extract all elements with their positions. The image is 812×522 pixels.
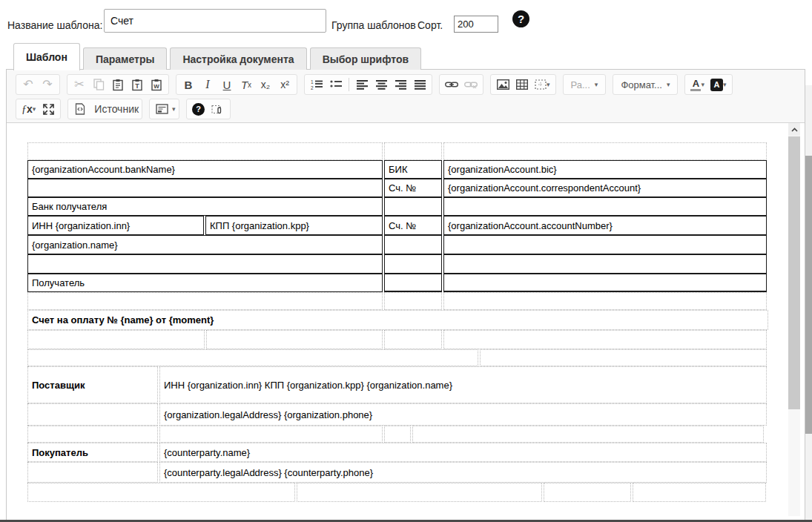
empty-cell[interactable] bbox=[443, 197, 767, 216]
editor-content-area[interactable]: {organizationAccount.bankName} БИК {orga… bbox=[7, 123, 805, 520]
bold-icon[interactable]: B bbox=[179, 76, 197, 93]
cell-invoice-title[interactable]: Счет на оплату № {name} от {moment} bbox=[27, 310, 768, 330]
empty-cell[interactable] bbox=[544, 483, 631, 502]
empty-cell[interactable] bbox=[27, 330, 205, 349]
align-left-icon[interactable] bbox=[353, 76, 371, 93]
show-blocks-icon[interactable]: ▾ bbox=[532, 76, 552, 93]
tab-parameters[interactable]: Параметры bbox=[83, 47, 168, 70]
table-row bbox=[27, 426, 770, 443]
empty-cell[interactable] bbox=[159, 426, 383, 443]
cell-supplier-line2[interactable]: {organization.legalAddress} {organizatio… bbox=[159, 403, 767, 426]
paragraph-format-combo[interactable]: Формат... ▾ bbox=[613, 74, 678, 95]
empty-cell[interactable] bbox=[480, 349, 767, 366]
placeholder-fx-icon[interactable]: ƒx ▾ bbox=[19, 100, 38, 118]
empty-cell[interactable] bbox=[443, 274, 767, 292]
editor-scrollbar-thumb[interactable] bbox=[788, 136, 800, 409]
page-scrollbar[interactable] bbox=[805, 85, 812, 522]
template-select-combo[interactable]: ▾ bbox=[149, 99, 179, 119]
italic-icon[interactable]: I bbox=[199, 76, 217, 93]
cell-bank-name[interactable]: {organizationAccount.bankName} bbox=[27, 160, 383, 179]
font-size-combo[interactable]: Ра... ▾ bbox=[563, 74, 607, 95]
scrollbar-up-arrow-icon[interactable] bbox=[788, 123, 800, 136]
cell-supplier-line1[interactable]: ИНН {organization.inn} КПП {organization… bbox=[159, 366, 767, 403]
table-icon[interactable] bbox=[513, 76, 531, 93]
cut-icon[interactable]: ✂ bbox=[70, 76, 88, 93]
empty-cell[interactable] bbox=[384, 426, 411, 443]
paste-plain-text-icon[interactable]: T bbox=[128, 76, 146, 93]
empty-cell[interactable] bbox=[384, 274, 442, 292]
page-scrollbar-thumb[interactable] bbox=[805, 156, 812, 434]
empty-cell[interactable] bbox=[297, 483, 542, 502]
align-center-icon[interactable] bbox=[372, 76, 390, 93]
unlink-icon[interactable] bbox=[462, 76, 480, 93]
cell-buyer-line2[interactable]: {counterparty.legalAddress} {counterpart… bbox=[159, 462, 767, 483]
empty-cell[interactable] bbox=[384, 197, 442, 216]
subscript-icon[interactable]: x₂ bbox=[257, 76, 274, 93]
cell-buyer-line1[interactable]: {counterparty.name} bbox=[159, 443, 767, 462]
editor-help-icon[interactable]: ? bbox=[190, 100, 208, 118]
empty-cell[interactable] bbox=[384, 292, 442, 310]
copy-icon[interactable] bbox=[90, 76, 108, 93]
redo-icon[interactable]: ↷ bbox=[39, 76, 56, 93]
empty-cell[interactable] bbox=[443, 292, 767, 310]
empty-cell[interactable] bbox=[412, 426, 764, 443]
cell-inn[interactable]: ИНН {organization.inn} bbox=[27, 216, 204, 235]
numbered-list-icon[interactable]: 12 bbox=[308, 76, 326, 93]
select-all-icon[interactable] bbox=[209, 100, 227, 118]
justify-icon[interactable] bbox=[411, 76, 429, 93]
empty-cell[interactable] bbox=[443, 235, 767, 254]
cell-bank-recipient-label[interactable]: Банк получателя bbox=[27, 197, 383, 216]
cell-buyer-label[interactable]: Покупатель bbox=[27, 443, 158, 462]
maximize-icon[interactable] bbox=[39, 100, 57, 118]
remove-format-icon[interactable]: Tx bbox=[237, 76, 255, 93]
cell-bik-value[interactable]: {organizationAccount.bic} bbox=[443, 160, 767, 179]
editor-scrollbar[interactable] bbox=[788, 123, 800, 516]
empty-cell[interactable] bbox=[443, 142, 767, 160]
link-icon[interactable] bbox=[443, 76, 461, 93]
empty-cell[interactable] bbox=[384, 254, 442, 274]
sort-input[interactable] bbox=[454, 16, 498, 33]
undo-icon[interactable]: ↶ bbox=[19, 76, 37, 93]
tab-template[interactable]: Шаблон bbox=[13, 43, 80, 70]
empty-cell[interactable] bbox=[27, 426, 158, 443]
cell-organization-name[interactable]: {organization.name} bbox=[27, 235, 383, 254]
cell-account-number[interactable]: {organizationAccount.accountNumber} bbox=[443, 216, 767, 235]
empty-cell[interactable] bbox=[443, 254, 767, 274]
tab-document-settings[interactable]: Настройка документа bbox=[170, 47, 306, 70]
cell-recipient-label[interactable]: Получатель bbox=[27, 274, 383, 292]
empty-cell[interactable] bbox=[27, 292, 383, 310]
text-color-icon[interactable]: A ▾ bbox=[688, 76, 707, 93]
toolbar-row-1: ↶ ↷ ✂ T W bbox=[16, 74, 796, 95]
cell-bik-label[interactable]: БИК bbox=[384, 160, 442, 179]
empty-cell[interactable] bbox=[206, 330, 383, 349]
empty-cell[interactable] bbox=[27, 179, 383, 197]
empty-cell[interactable] bbox=[27, 483, 295, 502]
empty-cell[interactable] bbox=[27, 254, 383, 274]
cell-kpp[interactable]: КПП {organization.kpp} bbox=[205, 216, 383, 235]
empty-cell[interactable] bbox=[27, 142, 383, 160]
paste-icon[interactable] bbox=[109, 76, 127, 93]
source-button[interactable]: Источник bbox=[67, 99, 142, 119]
empty-cell[interactable] bbox=[384, 330, 442, 349]
tab-font-selection[interactable]: Выбор шрифтов bbox=[310, 47, 421, 70]
align-right-icon[interactable] bbox=[392, 76, 409, 93]
background-color-icon[interactable]: A ▾ bbox=[708, 76, 729, 93]
empty-cell[interactable] bbox=[27, 403, 158, 426]
cell-account-label-2[interactable]: Сч. № bbox=[384, 216, 442, 235]
underline-icon[interactable]: U bbox=[218, 76, 236, 93]
empty-cell[interactable] bbox=[443, 330, 767, 349]
empty-cell[interactable] bbox=[27, 349, 478, 366]
bulleted-list-icon[interactable] bbox=[327, 76, 345, 93]
empty-cell[interactable] bbox=[384, 142, 442, 160]
empty-cell[interactable] bbox=[384, 235, 442, 254]
cell-supplier-label[interactable]: Поставщик bbox=[27, 366, 158, 403]
cell-corr-account[interactable]: {organizationAccount.correspondentAccoun… bbox=[443, 179, 767, 197]
image-icon[interactable] bbox=[494, 76, 512, 93]
help-icon[interactable]: ? bbox=[512, 10, 529, 27]
cell-account-label[interactable]: Сч. № bbox=[384, 179, 442, 197]
empty-cell[interactable] bbox=[633, 483, 766, 502]
paste-from-word-icon[interactable]: W bbox=[148, 76, 165, 93]
template-name-input[interactable] bbox=[104, 9, 326, 33]
superscript-icon[interactable]: x² bbox=[276, 76, 294, 93]
empty-cell[interactable] bbox=[27, 462, 158, 483]
